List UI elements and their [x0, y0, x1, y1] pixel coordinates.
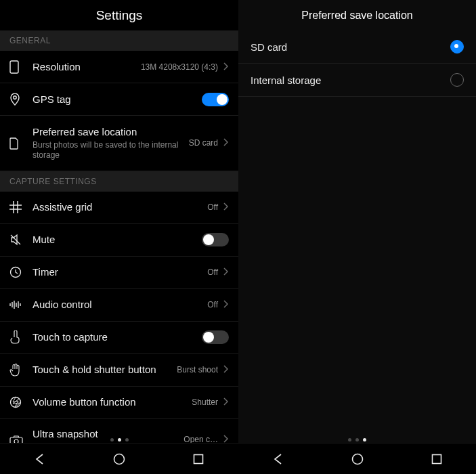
svg-rect-9	[432, 454, 441, 463]
row-assistive-grid[interactable]: Assistive grid Off	[0, 192, 238, 224]
svg-point-1	[14, 95, 16, 98]
row-touch-capture[interactable]: Touch to capture	[0, 322, 238, 354]
device-icon	[9, 60, 27, 74]
chevron-right-icon	[223, 201, 229, 213]
option-internal-storage[interactable]: Internal storage	[238, 64, 476, 97]
audio-wave-icon	[9, 300, 27, 309]
gps-toggle[interactable]	[202, 93, 229, 106]
dot-active	[118, 438, 121, 441]
timer-value: Off	[207, 267, 218, 277]
row-hold-shutter[interactable]: Touch & hold shutter button Burst shoot	[0, 354, 238, 387]
settings-title-bar: Settings	[0, 0, 238, 30]
radio-sd[interactable]	[450, 40, 464, 53]
option-sd-card[interactable]: SD card	[238, 30, 476, 64]
nav-recent-button[interactable]	[416, 454, 457, 465]
section-capture: CAPTURE SETTINGS	[0, 171, 238, 192]
hold-label: Touch & hold shutter button	[33, 363, 177, 376]
row-gps-tag[interactable]: GPS tag	[0, 83, 238, 116]
nav-home-button[interactable]	[337, 452, 378, 466]
chevron-right-icon	[223, 61, 229, 73]
grid-label: Assistive grid	[33, 200, 207, 214]
radio-internal[interactable]	[450, 73, 464, 87]
dot	[348, 438, 351, 441]
svg-point-6	[114, 454, 124, 464]
saveloc-label: Preferred save location	[33, 125, 189, 139]
page-dots-right	[238, 438, 476, 441]
grid-icon	[9, 201, 27, 213]
grid-value: Off	[207, 202, 218, 212]
volbtn-label: Volume button function	[33, 395, 192, 409]
location-icon	[9, 93, 27, 106]
nav-back-button[interactable]	[20, 453, 60, 465]
settings-title: Settings	[96, 8, 143, 23]
shutter-icon	[9, 396, 27, 408]
save-location-pane: Preferred save location SD card Internal…	[238, 0, 476, 474]
nav-recent-button[interactable]	[178, 454, 219, 465]
hold-value: Burst shoot	[177, 365, 218, 374]
sd-label: SD card	[251, 41, 450, 53]
saveloc-sublabel: Burst photos will be saved to the intern…	[33, 140, 189, 161]
row-mute[interactable]: Mute	[0, 224, 238, 257]
volbtn-value: Shutter	[192, 397, 218, 407]
navbar-right	[238, 443, 476, 474]
touch-icon	[9, 330, 27, 344]
chevron-right-icon	[223, 137, 229, 149]
saveloc-value: SD card	[189, 138, 218, 148]
hand-icon	[9, 363, 27, 376]
svg-rect-7	[194, 454, 203, 463]
audio-value: Off	[207, 300, 218, 309]
gps-label: GPS tag	[33, 93, 202, 106]
touchcap-label: Touch to capture	[33, 330, 202, 344]
chevron-right-icon	[223, 299, 229, 311]
touchcap-toggle[interactable]	[202, 330, 229, 344]
dot	[355, 438, 359, 441]
nav-back-button[interactable]	[258, 453, 299, 465]
internal-label: Internal storage	[251, 74, 450, 86]
chevron-right-icon	[223, 396, 229, 408]
svg-point-8	[352, 454, 362, 464]
mute-label: Mute	[33, 233, 202, 246]
chevron-right-icon	[223, 266, 229, 278]
row-resolution[interactable]: Resolution 13M 4208x3120 (4:3)	[0, 51, 238, 83]
dot	[125, 438, 129, 441]
page-dots-left	[0, 438, 238, 441]
saveloc-title: Preferred save location	[301, 9, 413, 22]
resolution-label: Resolution	[33, 60, 141, 74]
navbar-left	[0, 443, 238, 474]
settings-scroll[interactable]: GENERAL Resolution 13M 4208x3120 (4:3)	[0, 30, 238, 474]
mute-icon	[9, 234, 27, 246]
dot	[110, 438, 114, 441]
settings-pane: Settings GENERAL Resolution 13M 4208x312…	[0, 0, 238, 474]
row-save-location[interactable]: Preferred save location Burst photos wil…	[0, 116, 238, 171]
page-icon	[9, 137, 27, 150]
row-volume-button[interactable]: Volume button function Shutter	[0, 387, 238, 419]
section-general: GENERAL	[0, 30, 238, 51]
dot-active	[363, 438, 366, 441]
clock-icon	[9, 266, 27, 278]
nav-home-button[interactable]	[99, 452, 139, 466]
audio-label: Audio control	[33, 298, 207, 311]
row-timer[interactable]: Timer Off	[0, 257, 238, 289]
timer-label: Timer	[33, 265, 207, 279]
chevron-right-icon	[223, 364, 229, 376]
mute-toggle[interactable]	[202, 233, 229, 246]
svg-rect-0	[10, 61, 18, 73]
resolution-value: 13M 4208x3120 (4:3)	[141, 62, 218, 72]
saveloc-title-bar: Preferred save location	[238, 0, 476, 30]
row-audio-control[interactable]: Audio control Off	[0, 289, 238, 322]
